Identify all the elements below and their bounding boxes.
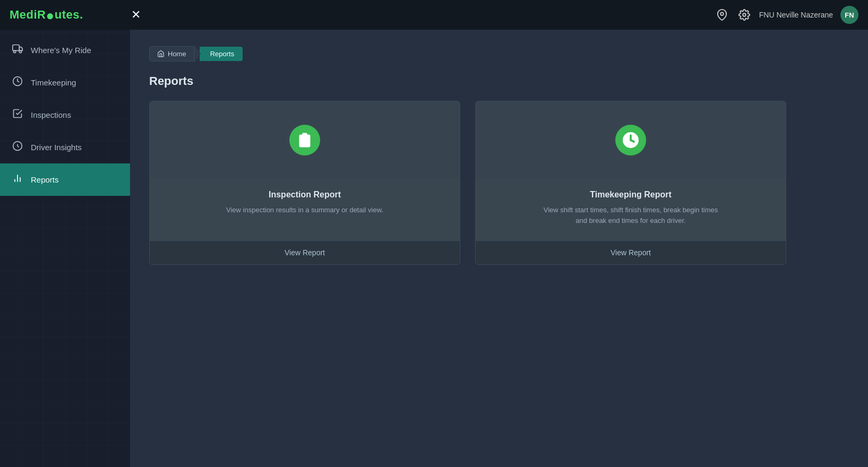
svg-point-1 xyxy=(743,13,746,16)
reports-label: Reports xyxy=(31,175,59,184)
settings-icon[interactable] xyxy=(737,7,752,22)
inspection-view-report-button[interactable]: View Report xyxy=(150,240,460,264)
breadcrumb-separator xyxy=(194,45,201,63)
sidebar-item-driver-insights[interactable]: Driver Insights xyxy=(0,131,130,163)
timekeeping-card-body: Timekeeping Report View shift start time… xyxy=(476,178,786,240)
breadcrumb-home[interactable]: Home xyxy=(149,46,194,62)
clipboard-check-icon xyxy=(289,125,320,155)
topnav: MediR●utes. ✕ FNU Neville Nazerane FN xyxy=(0,0,868,30)
main-content: Home Reports Reports xyxy=(130,30,868,467)
notification-icon[interactable] xyxy=(715,7,729,22)
inspection-card-title: Inspection Report xyxy=(269,190,341,200)
clock-icon xyxy=(615,125,646,155)
breadcrumb-current: Reports xyxy=(200,47,243,61)
reports-icon xyxy=(12,173,23,186)
timekeeping-card-title: Timekeeping Report xyxy=(590,190,672,200)
wheres-my-ride-icon xyxy=(12,44,23,57)
sidebar-item-inspections[interactable]: Inspections xyxy=(0,99,130,131)
breadcrumb: Home Reports xyxy=(149,45,849,63)
timekeeping-view-report-button[interactable]: View Report xyxy=(476,240,786,264)
page-title: Reports xyxy=(149,74,849,88)
inspection-report-card[interactable]: Inspection Report View inspection result… xyxy=(149,101,460,265)
inspection-card-top xyxy=(150,101,460,178)
wheres-my-ride-label: Where's My Ride xyxy=(31,46,91,55)
inspections-label: Inspections xyxy=(31,110,71,119)
sidebar-nav: Where's My Ride Timekeeping xyxy=(0,30,130,196)
driver-insights-label: Driver Insights xyxy=(31,143,82,152)
cards-grid: Inspection Report View inspection result… xyxy=(149,101,786,265)
timekeeping-card-desc: View shift start times, shift finish tim… xyxy=(540,205,721,226)
breadcrumb-home-label: Home xyxy=(168,50,186,58)
close-button[interactable]: ✕ xyxy=(126,5,145,24)
timekeeping-label: Timekeeping xyxy=(31,78,76,87)
sidebar-item-timekeeping[interactable]: Timekeeping xyxy=(0,66,130,99)
user-name-label: FNU Neville Nazerane xyxy=(759,11,833,19)
inspection-card-body: Inspection Report View inspection result… xyxy=(150,178,460,240)
driver-insights-icon xyxy=(12,141,23,154)
sidebar: Where's My Ride Timekeeping xyxy=(0,30,130,467)
svg-rect-10 xyxy=(303,133,307,136)
layout: Where's My Ride Timekeeping xyxy=(0,30,868,467)
svg-point-4 xyxy=(19,50,21,53)
timekeeping-report-card[interactable]: Timekeeping Report View shift start time… xyxy=(475,101,786,265)
topnav-right: FNU Neville Nazerane FN xyxy=(715,6,858,24)
inspection-card-desc: View inspection results in a summary or … xyxy=(226,205,383,215)
svg-point-3 xyxy=(14,50,16,53)
svg-rect-2 xyxy=(13,45,19,51)
sidebar-item-wheres-my-ride[interactable]: Where's My Ride xyxy=(0,34,130,66)
timekeeping-icon xyxy=(12,76,23,89)
inspections-icon xyxy=(12,108,23,122)
avatar[interactable]: FN xyxy=(840,6,858,24)
sidebar-item-reports[interactable]: Reports xyxy=(0,163,130,196)
timekeeping-card-top xyxy=(476,101,786,178)
app-logo: MediR●utes. xyxy=(10,8,126,22)
svg-point-0 xyxy=(720,12,724,15)
